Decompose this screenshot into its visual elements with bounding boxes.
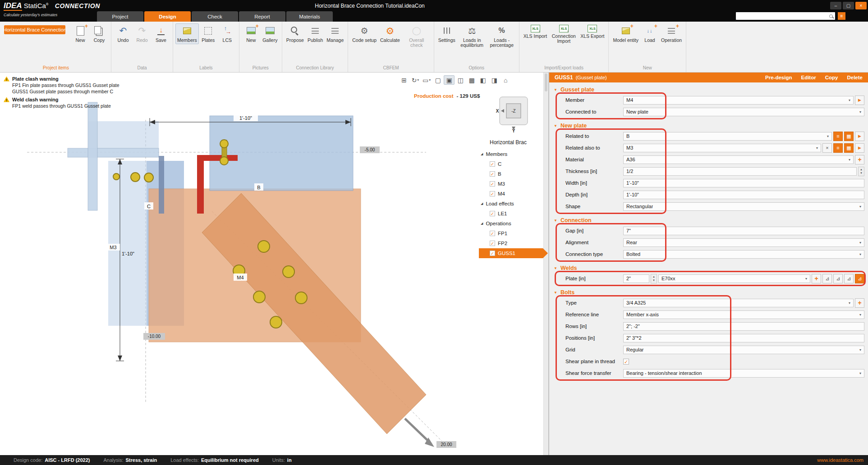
- tree-item-b[interactable]: ✓B: [479, 169, 543, 179]
- tree-group-operations[interactable]: ◢Operations: [479, 219, 543, 228]
- tree-item-le1[interactable]: ✓LE1: [479, 209, 543, 219]
- solid-view-button[interactable]: ▣: [444, 75, 455, 85]
- hidden-line-view-button[interactable]: ◫: [455, 75, 466, 85]
- combo-material[interactable]: A36▾: [623, 155, 854, 164]
- editor-button[interactable]: Editor: [801, 75, 816, 80]
- weld-type-active-button-plate-in[interactable]: ⊿: [855, 274, 864, 283]
- checkbox-shear-plane-in-thread[interactable]: ✓: [623, 359, 629, 365]
- ribbon-new-button[interactable]: +New: [71, 23, 90, 44]
- model-canvas[interactable]: 1'-10" M3 1'-10" B C M4 -5.00 -10.00: [0, 73, 543, 456]
- input-depth-in[interactable]: 1'-10": [623, 191, 864, 199]
- ribbon-copy-button[interactable]: Copy: [90, 23, 109, 44]
- input-positions-in[interactable]: 2" 3"*2: [623, 334, 864, 342]
- pre-design-button[interactable]: Pre-design: [765, 75, 792, 80]
- checkbox-icon[interactable]: ✓: [490, 161, 495, 167]
- section-view-button[interactable]: ◧: [478, 75, 488, 85]
- combo-related-to[interactable]: B▾: [623, 132, 832, 141]
- selection-mode-button[interactable]: ▭▾: [421, 75, 432, 85]
- search-box[interactable]: [736, 12, 835, 20]
- ribbon-code-setup-button[interactable]: ⚙Code setup: [350, 23, 378, 44]
- home-view-button[interactable]: ⌂: [500, 75, 511, 85]
- minimize-button[interactable]: –: [830, 2, 841, 9]
- ribbon-operation-button[interactable]: +Operation: [659, 23, 684, 44]
- checkbox-icon[interactable]: ✓: [490, 171, 495, 177]
- weld-type-button-plate-in[interactable]: ⊿: [844, 274, 854, 283]
- input-rows-in[interactable]: 2"; -2": [623, 322, 864, 331]
- explode-view-button[interactable]: ◨: [489, 75, 500, 85]
- input-gap-in[interactable]: 7": [623, 227, 864, 235]
- navigation-cube-canvas[interactable]: -Z X Y: [494, 95, 532, 133]
- section-bolts[interactable]: ▼Bolts: [549, 288, 868, 297]
- ribbon-plates-button[interactable]: Plates: [199, 23, 218, 44]
- copy-button[interactable]: Copy: [825, 75, 838, 80]
- tab-design[interactable]: Design: [144, 11, 191, 22]
- input-thickness-in[interactable]: 1/2: [623, 167, 857, 176]
- quick-settings-button[interactable]: [838, 12, 845, 20]
- project-item-selector[interactable]: Horizontal Brace Connection: [4, 25, 65, 34]
- combo-reference-line[interactable]: Member x-axis▾: [623, 310, 864, 319]
- tree-group-load-effects[interactable]: ◢Load effects: [479, 199, 543, 209]
- ribbon-loads-percentage-button[interactable]: %Loads - percentage: [487, 23, 517, 49]
- tab-materials[interactable]: Materials: [286, 11, 333, 22]
- tree-item-m3[interactable]: ✓M3: [479, 179, 543, 189]
- tab-check[interactable]: Check: [192, 11, 238, 22]
- viewport-3d[interactable]: 1'-10" M3 1'-10" B C M4 -5.00 -10.00: [0, 73, 543, 455]
- close-button[interactable]: ×: [855, 2, 867, 9]
- checkbox-icon[interactable]: ✓: [490, 181, 495, 187]
- combo-connection-type[interactable]: Bolted▾: [623, 250, 864, 259]
- tree-item-fp1[interactable]: ✓FP1: [479, 228, 543, 238]
- add-button-plate-in[interactable]: +: [812, 274, 821, 283]
- combo-weld-material[interactable]: E70xx▾: [658, 274, 810, 283]
- section-connection[interactable]: ▼Connection: [549, 216, 868, 225]
- add-button-type[interactable]: +: [855, 298, 864, 308]
- plate-grid-button-related-to[interactable]: ▦: [844, 132, 854, 141]
- ribbon-settings-button[interactable]: Settings: [436, 23, 457, 44]
- ribbon-load-button[interactable]: +Load: [640, 23, 659, 44]
- ribbon-publish-button[interactable]: Publish: [306, 23, 325, 44]
- maximize-button[interactable]: ▢: [843, 2, 854, 9]
- pick-in-scene-button-related-to[interactable]: ▶: [855, 132, 864, 141]
- section-welds[interactable]: ▼Welds: [549, 264, 868, 273]
- ribbon-propose-button[interactable]: Propose: [285, 23, 306, 44]
- ribbon-new-button[interactable]: +New: [242, 23, 261, 44]
- weld-type-button-plate-in[interactable]: ⊿: [822, 274, 832, 283]
- spinner[interactable]: ▴▾: [858, 167, 864, 176]
- ribbon-xls-export-button[interactable]: XLS↑XLS Export: [579, 23, 606, 40]
- checkbox-icon[interactable]: ✓: [490, 211, 495, 216]
- combo-grid[interactable]: Regular▾: [623, 346, 864, 354]
- combo-related-also-to[interactable]: M3▾: [623, 144, 821, 152]
- navigation-cube[interactable]: -Z X Y: [494, 95, 532, 133]
- checkbox-icon[interactable]: ✓: [490, 231, 495, 236]
- combo-shape[interactable]: Rectangular▾: [623, 202, 864, 211]
- ribbon-manage-button[interactable]: Manage: [325, 23, 345, 44]
- pick-in-scene-button-member[interactable]: ▶: [855, 96, 864, 105]
- plate-list-button-related-also-to[interactable]: ≡: [833, 143, 843, 153]
- checkbox-icon[interactable]: ✓: [490, 191, 495, 196]
- weld-type-button-plate-in[interactable]: ⊿: [833, 274, 843, 283]
- pick-in-scene-button-related-also-to[interactable]: ▶: [855, 143, 864, 153]
- combo-shear-force-transfer[interactable]: Bearing - tension/shear interaction▾: [623, 369, 864, 378]
- input-width-in[interactable]: 1'-10": [623, 179, 864, 187]
- website-link[interactable]: www.ideastatica.com: [817, 457, 863, 463]
- tree-group-members[interactable]: ◢Members: [479, 149, 543, 159]
- panel-splitter[interactable]: [543, 73, 549, 455]
- plate-grid-button-related-also-to[interactable]: ▦: [844, 143, 854, 153]
- ribbon-calculate-button[interactable]: ⚙Calculate: [378, 23, 402, 44]
- tab-project[interactable]: Project: [97, 11, 143, 22]
- tree-item-c[interactable]: ✓C: [479, 159, 543, 169]
- ribbon-lcs-button[interactable]: LCS: [218, 23, 237, 44]
- plate-list-button-related-to[interactable]: ≡: [833, 132, 843, 141]
- checkbox-icon[interactable]: ✓: [490, 251, 495, 256]
- ribbon-members-button[interactable]: Members: [175, 23, 199, 44]
- combo-connected-to[interactable]: New plate▾: [623, 108, 864, 116]
- remove-icon-related-also-to[interactable]: ×: [822, 143, 832, 153]
- ribbon-connection-import-button[interactable]: XLS↓Connection Import: [549, 23, 579, 45]
- spinner[interactable]: ▴▾: [651, 274, 657, 283]
- tree-item-fp2[interactable]: ✓FP2: [479, 238, 543, 248]
- section-new-plate[interactable]: ▼New plate: [549, 121, 868, 130]
- tab-report[interactable]: Report: [239, 11, 285, 22]
- combo-type[interactable]: 3/4 A325▾: [623, 299, 854, 307]
- wireframe-view-button[interactable]: ▢: [432, 75, 443, 85]
- checkbox-icon[interactable]: ✓: [490, 241, 495, 246]
- ribbon-save-button[interactable]: ↓Save: [152, 23, 170, 44]
